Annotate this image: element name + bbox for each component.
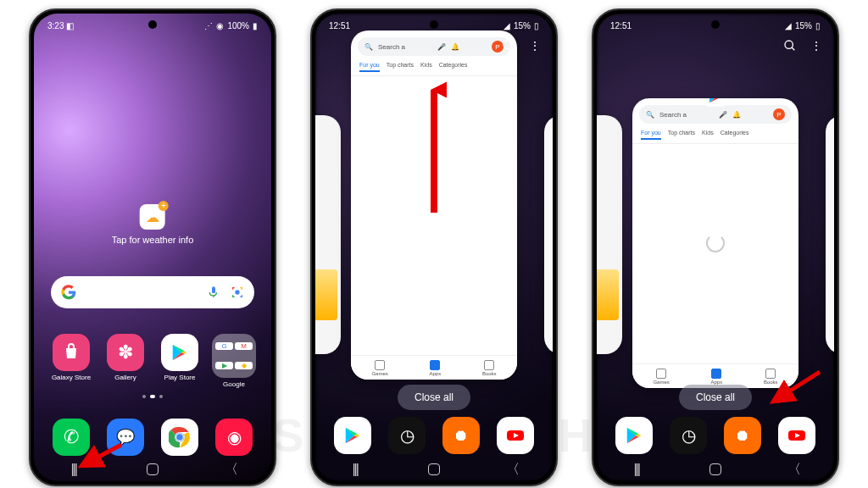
arrow-to-close-all (765, 368, 824, 410)
dock-play[interactable] (609, 417, 659, 454)
dock-camera[interactable]: ◉ (209, 419, 259, 456)
svg-point-6 (504, 41, 511, 48)
playstore-search[interactable]: 🔍 Search a 🎤 🔔 P (639, 105, 792, 124)
bell-icon: 🔔 (451, 43, 459, 51)
weather-widget[interactable]: ☁ + Tap for weather info (112, 204, 194, 245)
dock-speedtest[interactable]: ◷ (664, 417, 713, 454)
nav-back[interactable]: 〈 (787, 462, 802, 477)
playstore-search[interactable]: 🔍 Search a 🎤 🔔 P (358, 37, 510, 56)
battery-text: 15% (514, 21, 531, 30)
app-play-store[interactable]: Play Store (155, 334, 204, 388)
status-time: 12:51 (329, 21, 350, 30)
dock-speedtest[interactable]: ◷ (382, 417, 431, 454)
close-all-button[interactable]: Close all (679, 385, 752, 410)
search-placeholder: Search a (378, 43, 405, 51)
nav-bar: ||| 〈 (34, 458, 271, 481)
bell-icon: 🔔 (732, 111, 741, 119)
recents-toolbar: ⋮ (502, 39, 541, 56)
dock-play[interactable] (328, 417, 377, 454)
nav-books[interactable]: Books (482, 360, 497, 376)
mic-icon: 🎤 (437, 43, 446, 51)
phone-2: 12:51 ◢ 15% ▯ ⋮ of course,all the offici… (310, 8, 558, 486)
google-search-bar[interactable] (51, 276, 254, 308)
weather-icon: ☁ + (140, 204, 165, 230)
google-logo-icon (61, 285, 76, 300)
battery-icon: ◉ (216, 21, 224, 30)
phone-1: 3:23 ◧ ⋰ ◉ 100% ▮ ☁ + Tap for weather in… (29, 8, 276, 486)
recents-card-prev[interactable]: same,official (597, 115, 622, 354)
playstore-tabs: For you Top charts Kids Categories (351, 59, 517, 76)
dock-recorder[interactable]: ⏺ (718, 417, 767, 454)
phone-3: 12:51 ◢ 15% ▯ ⋮ same,official (592, 8, 839, 486)
dock-recorder[interactable]: ⏺ (437, 417, 486, 454)
lens-icon[interactable] (231, 286, 244, 299)
recents-stack: same,official 🔍 Search a 🎤 🔔 P (597, 73, 834, 380)
status-time: 12:51 (610, 21, 632, 30)
camera-hole (430, 20, 438, 29)
tab-categories[interactable]: Categories (721, 127, 749, 140)
search-icon[interactable] (502, 39, 515, 56)
tab-top-charts[interactable]: Top charts (387, 59, 414, 72)
dock-youtube[interactable] (772, 417, 821, 454)
recents-toolbar: ⋮ (783, 39, 822, 56)
camera-hole (711, 20, 720, 29)
arrow-to-recents (75, 441, 125, 474)
nav-recents[interactable]: ||| (348, 462, 363, 477)
nav-back[interactable]: 〈 (505, 462, 520, 477)
search-placeholder: Search a (659, 111, 687, 119)
close-all-button[interactable]: Close all (398, 385, 470, 410)
search-icon[interactable] (783, 39, 797, 56)
page-indicator (142, 395, 163, 398)
dock-chrome[interactable] (155, 419, 204, 456)
app-label: Play Store (164, 374, 196, 381)
svg-line-7 (510, 47, 513, 50)
dock: ◷ ⏺ (315, 417, 553, 454)
signal-icon: ◢ (504, 21, 510, 30)
nav-home[interactable] (145, 462, 160, 477)
mic-icon: 🎤 (719, 111, 727, 119)
search-icon: 🔍 (364, 43, 373, 51)
status-right: ◢ 15% ▯ (785, 21, 821, 30)
status-right: ⋰ ◉ 100% ▮ (204, 21, 258, 30)
battery-shape: ▮ (253, 21, 258, 30)
tab-for-you[interactable]: For you (641, 127, 661, 140)
nav-back[interactable]: 〈 (224, 462, 239, 477)
app-google-folder[interactable]: G M ▶ ◆ Google (209, 334, 259, 388)
recents-card-prev[interactable]: of course,all the officialy phone (315, 115, 341, 354)
tab-categories[interactable]: Categories (439, 59, 468, 72)
svg-line-11 (792, 47, 794, 50)
recents-card-main[interactable]: 🔍 Search a 🎤 🔔 P For you Top charts Kids… (632, 98, 798, 388)
wallpaper (34, 14, 271, 481)
signal-icon: ◢ (785, 21, 792, 30)
nav-apps[interactable]: Apps (429, 360, 441, 376)
recents-card-next[interactable] (826, 115, 834, 354)
nav-bar: ||| 〈 (315, 458, 553, 481)
more-icon[interactable]: ⋮ (810, 39, 822, 56)
status-time: 3:23 ◧ (47, 21, 74, 30)
nav-games[interactable]: Games (653, 369, 669, 385)
status-right: ◢ 15% ▯ (504, 21, 539, 30)
loading-spinner-icon (706, 234, 725, 252)
tab-kids[interactable]: Kids (420, 59, 432, 72)
dock-youtube[interactable] (491, 417, 540, 454)
dock: ◷ ⏺ (597, 417, 834, 454)
tab-for-you[interactable]: For you (359, 59, 380, 72)
app-galaxy-store[interactable]: Galaxy Store (47, 334, 96, 388)
svg-line-5 (81, 445, 121, 466)
nav-recents[interactable]: ||| (629, 462, 644, 477)
battery-shape: ▯ (815, 21, 821, 30)
wifi-icon: ⋰ (204, 21, 213, 30)
playstore-app-icon (704, 98, 727, 107)
nav-games[interactable]: Games (371, 360, 387, 376)
more-icon[interactable]: ⋮ (529, 39, 541, 56)
phone-triptych: 3:23 ◧ ⋰ ◉ 100% ▮ ☁ + Tap for weather in… (0, 0, 868, 488)
nav-apps[interactable]: Apps (710, 369, 722, 385)
nav-home[interactable] (426, 462, 442, 477)
avatar[interactable]: P (773, 108, 785, 120)
tab-top-charts[interactable]: Top charts (668, 127, 695, 140)
nav-home[interactable] (708, 462, 723, 477)
app-gallery[interactable]: ✽ Gallery (101, 334, 150, 388)
mic-icon[interactable] (207, 286, 220, 299)
recents-card-next[interactable] (544, 115, 553, 354)
tab-kids[interactable]: Kids (702, 127, 714, 140)
